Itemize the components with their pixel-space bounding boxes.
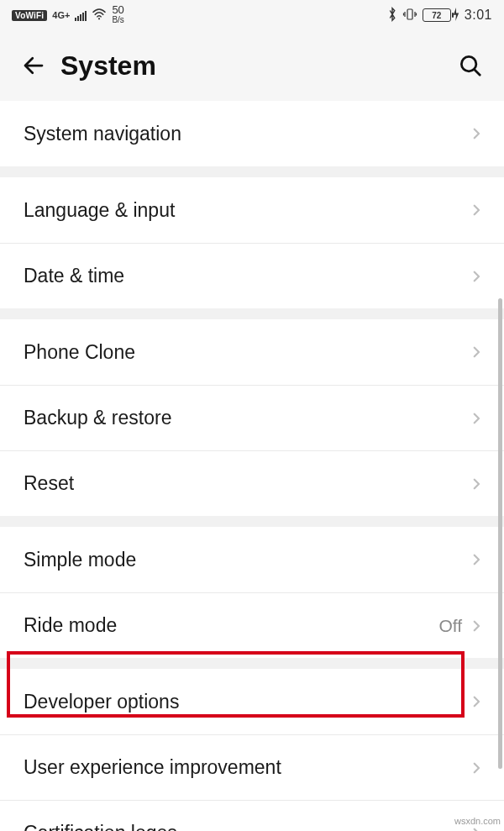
row-label: Simple mode	[24, 549, 469, 571]
vowifi-badge: VoWiFi	[12, 10, 47, 21]
row-label: Ride mode	[24, 614, 438, 637]
row-label: Date & time	[24, 265, 469, 287]
row-label: Backup & restore	[24, 407, 469, 429]
search-icon	[458, 53, 483, 78]
row-user-experience-improvement[interactable]: User experience improvement	[0, 734, 504, 800]
row-label: Phone Clone	[24, 341, 469, 364]
row-backup-restore[interactable]: Backup & restore	[0, 385, 504, 450]
svg-rect-1	[407, 9, 412, 19]
settings-group: System navigation	[0, 101, 504, 166]
network-speed-value: 50	[112, 5, 123, 15]
network-speed-unit: B/s	[112, 15, 123, 25]
settings-group: Language & input Date & time	[0, 177, 504, 308]
chevron-right-icon	[469, 202, 484, 218]
row-reset[interactable]: Reset	[0, 450, 504, 516]
settings-group: Phone Clone Backup & restore Reset	[0, 319, 504, 516]
row-language-input[interactable]: Language & input	[0, 177, 504, 243]
svg-point-0	[98, 18, 100, 19]
row-label: Reset	[24, 472, 469, 495]
status-left: VoWiFi 4G+ 50 B/s	[12, 5, 124, 25]
battery-level: 72	[423, 8, 451, 22]
row-label: Developer options	[24, 691, 469, 713]
chevron-right-icon	[469, 269, 484, 284]
status-bar: VoWiFi 4G+ 50 B/s 72 3:01	[0, 0, 504, 30]
charging-icon	[453, 8, 459, 24]
app-header: System	[0, 30, 504, 101]
row-system-navigation[interactable]: System navigation	[0, 101, 504, 166]
row-label: Certification logos	[24, 822, 469, 831]
clock: 3:01	[465, 8, 492, 23]
signal-icon	[75, 9, 87, 21]
row-phone-clone[interactable]: Phone Clone	[0, 319, 504, 385]
vibrate-icon	[402, 7, 417, 24]
chevron-right-icon	[469, 344, 484, 360]
row-label: System navigation	[24, 123, 469, 145]
row-developer-options[interactable]: Developer options	[0, 669, 504, 734]
chevron-right-icon	[469, 760, 484, 776]
svg-line-3	[475, 70, 480, 75]
chevron-right-icon	[469, 476, 484, 492]
watermark: wsxdn.com	[454, 816, 501, 826]
battery-indicator: 72	[423, 8, 459, 24]
chevron-right-icon	[469, 411, 484, 426]
status-right: 72 3:01	[387, 7, 492, 24]
row-date-time[interactable]: Date & time	[0, 243, 504, 308]
chevron-right-icon	[469, 694, 484, 709]
bluetooth-icon	[387, 7, 397, 24]
row-value: Off	[438, 616, 462, 636]
wifi-icon	[92, 8, 107, 23]
network-type: 4G+	[52, 11, 70, 19]
chevron-right-icon	[469, 826, 484, 832]
back-button[interactable]	[15, 47, 52, 84]
settings-group: Simple mode Ride mode Off	[0, 527, 504, 658]
row-label: User experience improvement	[24, 756, 469, 779]
chevron-right-icon	[469, 552, 484, 567]
page-title: System	[60, 50, 452, 82]
search-button[interactable]	[452, 47, 489, 84]
row-simple-mode[interactable]: Simple mode	[0, 527, 504, 592]
network-speed: 50 B/s	[112, 5, 123, 25]
row-label: Language & input	[24, 199, 469, 222]
chevron-right-icon	[469, 126, 484, 141]
row-certification-logos[interactable]: Certification logos	[0, 800, 504, 831]
scroll-indicator[interactable]	[498, 298, 502, 769]
row-ride-mode[interactable]: Ride mode Off	[0, 592, 504, 658]
chevron-right-icon	[469, 618, 484, 634]
settings-group: Developer options User experience improv…	[0, 669, 504, 831]
back-arrow-icon	[21, 53, 46, 78]
